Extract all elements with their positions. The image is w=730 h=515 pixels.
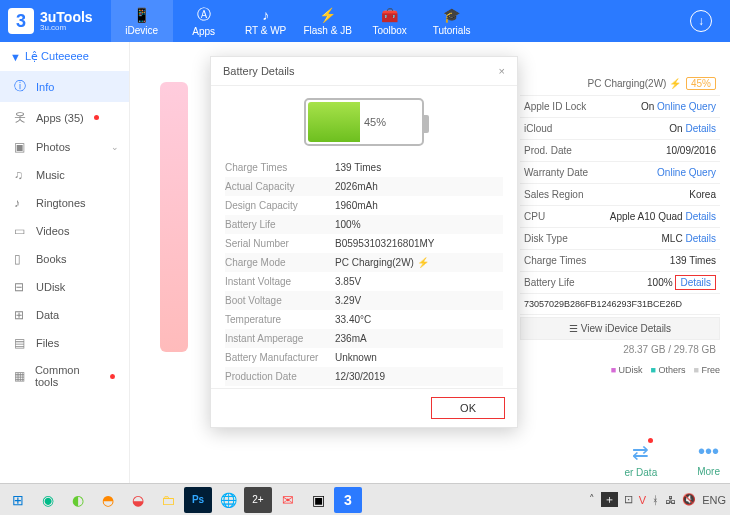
nav-flash[interactable]: ⚡Flash & JB: [297, 0, 359, 42]
detail-row: CPUApple A10 Quad Details: [520, 206, 720, 228]
data-icon: ⊞: [14, 308, 28, 322]
spec-row: Temperature33.40°C: [225, 310, 503, 329]
spec-row: Production Date12/30/2019: [225, 367, 503, 386]
notification-dot: [110, 374, 115, 379]
details-link[interactable]: Online Query: [657, 167, 716, 178]
detail-row: Warranty DateOnline Query: [520, 162, 720, 184]
nav-rtwp[interactable]: ♪RT & WP: [235, 0, 297, 42]
taskbar: ⊞ ◉ ◐ ◓ ◒ 🗀 Ps 🌐 2+ ✉ ▣ 3 ˄ ＋ ⊡ V ᚼ 🖧 🔇 …: [0, 483, 730, 515]
tb-ps[interactable]: Ps: [184, 487, 212, 513]
battery-fill: [308, 102, 360, 142]
details-link[interactable]: Details: [675, 275, 716, 290]
device-icon: 📱: [133, 7, 150, 23]
detail-row: Disk TypeMLC Details: [520, 228, 720, 250]
spec-row: Charge ModePC Charging(2W) ⚡: [225, 253, 503, 272]
notification-dot: [94, 115, 99, 120]
sidebar-data[interactable]: ⊞Data: [0, 301, 129, 329]
view-idevice-details[interactable]: ☰ View iDevice Details: [520, 317, 720, 340]
tray-shield-icon[interactable]: V: [639, 494, 646, 506]
detail-row: Sales RegionKorea: [520, 184, 720, 206]
battery-details-modal: Battery Details × 45% Charge Times139 Ti…: [210, 56, 518, 428]
detail-charging-header: PC Charging(2W) ⚡ 45%: [520, 72, 720, 96]
details-link[interactable]: Online Query: [657, 101, 716, 112]
tb-explorer[interactable]: 🗀: [154, 487, 182, 513]
sidebar-music[interactable]: ♫Music: [0, 161, 129, 189]
tutorials-icon: 🎓: [443, 7, 460, 23]
app-logo: 3 3uTools 3u.com: [0, 8, 101, 34]
spec-row: Instant Amperage236mA: [225, 329, 503, 348]
apps-icon: Ⓐ: [197, 6, 211, 24]
tb-start[interactable]: ⊞: [4, 487, 32, 513]
sidebar-device-header[interactable]: ▼ Lệ Cuteeeee: [0, 42, 129, 71]
spec-row: Boot Voltage3.29V: [225, 291, 503, 310]
details-link[interactable]: Details: [685, 123, 716, 134]
details-link[interactable]: Details: [685, 211, 716, 222]
sidebar-info[interactable]: ⓘInfo: [0, 71, 129, 102]
nav-apps[interactable]: ⒶApps: [173, 0, 235, 42]
tb-app2[interactable]: ◓: [94, 487, 122, 513]
rtwp-icon: ♪: [262, 7, 269, 23]
apps-icon: 옷: [14, 109, 28, 126]
flash-icon: ⚡: [319, 7, 336, 23]
detail-row: Battery Life100% Details: [520, 272, 720, 294]
tray-bluetooth-icon[interactable]: ᚼ: [652, 494, 659, 506]
sidebar-photos[interactable]: ▣Photos⌄: [0, 133, 129, 161]
spec-row: Instant Voltage3.85V: [225, 272, 503, 291]
device-preview: [160, 82, 188, 352]
spec-row: Serial NumberB05953103216801MY: [225, 234, 503, 253]
sidebar-books[interactable]: ▯Books: [0, 245, 129, 273]
tb-app5[interactable]: ✉: [274, 487, 302, 513]
tb-chrome[interactable]: 🌐: [214, 487, 242, 513]
system-tray: ˄ ＋ ⊡ V ᚼ 🖧 🔇 ENG: [589, 492, 726, 507]
sidebar-apps[interactable]: 옷Apps (35): [0, 102, 129, 133]
sidebar-common-tools[interactable]: ▦Common tools: [0, 357, 129, 395]
spec-row: Battery Life100%: [225, 215, 503, 234]
detail-serial: 73057029B286FB1246293F31BCE26D: [520, 294, 720, 315]
ok-button[interactable]: OK: [431, 397, 505, 419]
tray-sound-icon[interactable]: 🔇: [682, 493, 696, 506]
tb-edge[interactable]: ◉: [34, 487, 62, 513]
tray-plus-icon[interactable]: ＋: [601, 492, 618, 507]
sidebar-udisk[interactable]: ⊟UDisk: [0, 273, 129, 301]
chevron-down-icon: ⌄: [111, 142, 119, 152]
udisk-icon: ⊟: [14, 280, 28, 294]
nav-tutorials[interactable]: 🎓Tutorials: [421, 0, 483, 42]
tb-app4[interactable]: 2+: [244, 487, 272, 513]
tray-network-icon[interactable]: 🖧: [665, 494, 676, 506]
sidebar-ringtones[interactable]: ♪Ringtones: [0, 189, 129, 217]
sidebar-files[interactable]: ▤Files: [0, 329, 129, 357]
info-icon: ⓘ: [14, 78, 28, 95]
more-icon: •••: [698, 440, 719, 463]
detail-row: Apple ID LockOn Online Query: [520, 96, 720, 118]
music-icon: ♫: [14, 168, 28, 182]
photos-icon: ▣: [14, 140, 28, 154]
tb-3utools[interactable]: 3: [334, 487, 362, 513]
details-link[interactable]: Details: [685, 233, 716, 244]
app-site: 3u.com: [40, 24, 93, 32]
tb-app1[interactable]: ◐: [64, 487, 92, 513]
spec-row: Design Capacity1960mAh: [225, 196, 503, 215]
nav-idevice[interactable]: 📱iDevice: [111, 0, 173, 42]
nav-toolbox[interactable]: 🧰Toolbox: [359, 0, 421, 42]
action-data[interactable]: ⇄er Data: [624, 440, 657, 478]
close-icon[interactable]: ×: [499, 65, 505, 77]
videos-icon: ▭: [14, 224, 28, 238]
spec-row: Actual Capacity2026mAh: [225, 177, 503, 196]
battery-graphic: 45%: [211, 86, 517, 154]
books-icon: ▯: [14, 252, 28, 266]
battery-pct-badge: 45%: [686, 77, 716, 90]
spec-row: Battery ManufacturerUnknown: [225, 348, 503, 367]
storage-text: 28.37 GB / 29.78 GB: [520, 340, 720, 359]
tray-chevron-icon[interactable]: ˄: [589, 493, 595, 506]
action-more[interactable]: •••More: [697, 440, 720, 478]
tb-app3[interactable]: ◒: [124, 487, 152, 513]
tray-app-icon[interactable]: ⊡: [624, 493, 633, 506]
tb-app6[interactable]: ▣: [304, 487, 332, 513]
download-icon[interactable]: ↓: [690, 10, 712, 32]
app-name: 3uTools: [40, 10, 93, 24]
transfer-icon: ⇄: [632, 440, 649, 464]
tray-lang[interactable]: ENG: [702, 494, 726, 506]
toolbox-icon: 🧰: [381, 7, 398, 23]
sidebar-videos[interactable]: ▭Videos: [0, 217, 129, 245]
detail-row: Prod. Date10/09/2016: [520, 140, 720, 162]
